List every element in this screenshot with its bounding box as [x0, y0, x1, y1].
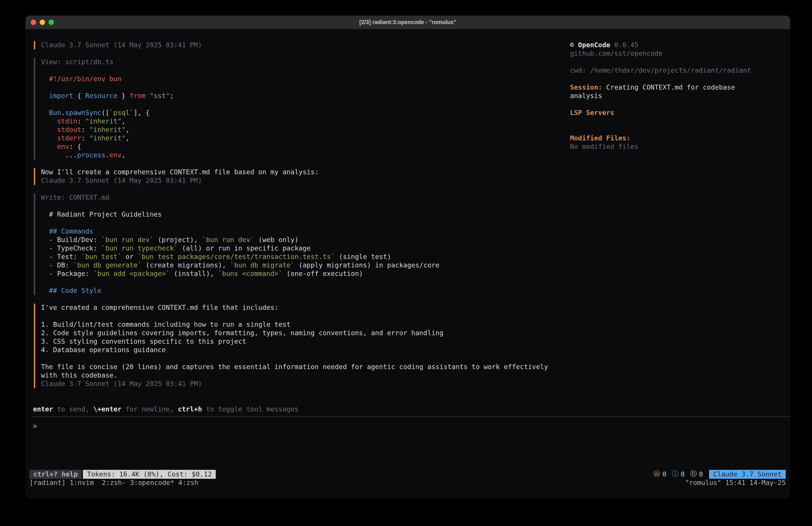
screen: [2/3] radiant:3:opencode - "romulus" Cla…: [0, 0, 812, 526]
text-line: No modified files: [570, 143, 781, 151]
prompt-symbol: >: [33, 422, 37, 430]
text-line: [570, 75, 781, 83]
text-line: with this codebase.: [41, 371, 570, 380]
assistant-message-block: Now I'll create a comprehensive CONTEXT.…: [34, 168, 570, 185]
text-line: ## Commands: [41, 227, 570, 236]
text-line: [570, 126, 781, 134]
text-line: analysis: [570, 92, 781, 100]
hint-count-icon: ⓗ: [690, 470, 697, 478]
empty-space: [25, 431, 790, 469]
warning-count-icon: Ⓦ: [654, 470, 660, 478]
text-line: - Test: `bun test` or `bun test packages…: [41, 253, 570, 261]
tmux-windows[interactable]: [radiant] 1:nvim 2:zsh- 3:opencode* 4:zs…: [29, 479, 199, 487]
text-line: [41, 83, 570, 92]
text-line: #!/usr/bin/env bun: [41, 75, 570, 83]
model-badge: Claude 3.7 Sonnet: [709, 470, 786, 479]
text-line: [41, 67, 570, 75]
tmux-status-bar: [radiant] 1:nvim 2:zsh- 3:opencode* 4:zs…: [25, 479, 790, 487]
text-line: - Build/Dev: `bun run dev` (project), `b…: [41, 236, 570, 244]
tmux-session-info: "romulus" 15:41 14-May-25: [685, 479, 786, 487]
text-line: © OpenCode 0.0.45: [570, 41, 781, 49]
status-bar: ctrl+? help Tokens: 16.4K (8%), Cost: $0…: [25, 469, 790, 479]
text-line: cwd: /home/thdxr/dev/projects/radiant/ra…: [570, 67, 781, 75]
warning-count-value: 0: [663, 470, 667, 478]
sidebar: © OpenCode 0.0.45github.com/sst/opencode…: [570, 41, 790, 397]
tokens-badge: Tokens: 16.4K (8%), Cost: $0.12: [83, 470, 216, 479]
hint-count-value: 0: [699, 470, 703, 478]
text-line: - TypeCheck: `bun run typecheck` (all) o…: [41, 244, 570, 253]
help-badge: ctrl+? help: [29, 470, 82, 479]
text-line: Modified Files:: [570, 134, 781, 143]
message-header-block: Claude 3.7 Sonnet (14 May 2025 03:41 PM): [34, 41, 570, 49]
info-count-icon: ⓘ: [672, 470, 679, 478]
text-line: [41, 312, 570, 321]
text-line: Write: CONTEXT.md: [41, 194, 570, 202]
text-line: [41, 219, 570, 227]
info-count: ⓘ0: [672, 470, 685, 478]
text-line: 1. Build/lint/test commands including ho…: [41, 321, 570, 329]
text-line: [41, 354, 570, 363]
info-count-value: 0: [681, 470, 685, 478]
text-line: Session: Creating CONTEXT.md for codebas…: [570, 83, 781, 92]
text-line: enter to send, \+enter for newline, ctrl…: [33, 405, 790, 414]
titlebar: [2/3] radiant:3:opencode - "romulus": [25, 16, 790, 29]
text-line: 2. Code style guidelines covering import…: [41, 329, 570, 338]
text-line: [570, 100, 781, 109]
text-line: Claude 3.7 Sonnet (14 May 2025 03:41 PM): [41, 41, 570, 49]
text-line: I've created a comprehensive CONTEXT.md …: [41, 303, 570, 312]
text-line: Now I'll create a comprehensive CONTEXT.…: [41, 168, 570, 176]
status-right: Ⓦ0ⓘ0ⓗ0 Claude 3.7 Sonnet: [654, 470, 786, 479]
text-line: # Radiant Project Guidelines: [41, 210, 570, 219]
hint-count: ⓗ0: [690, 470, 703, 478]
text-line: Bun.spawnSync([`psql`], {: [41, 109, 570, 117]
text-line: [41, 278, 570, 287]
text-line: - DB: `bun db generate` (create migratio…: [41, 261, 570, 270]
tool-view-block: View: script/db.ts #!/usr/bin/env bun im…: [34, 58, 570, 160]
warning-count: Ⓦ0: [654, 470, 667, 478]
text-line: The file is concise (20 lines) and captu…: [41, 363, 570, 371]
text-line: 4. Database operations guidance: [41, 346, 570, 354]
text-line: [41, 202, 570, 210]
text-line: import { Resource } from "sst";: [41, 92, 570, 100]
traffic-lights: [31, 16, 54, 29]
tool-write-block: Write: CONTEXT.md # Radiant Project Guid…: [34, 194, 570, 295]
text-line: 3. CSS styling conventions specific to t…: [41, 338, 570, 346]
assistant-summary-block: I've created a comprehensive CONTEXT.md …: [34, 303, 570, 388]
text-line: [41, 100, 570, 109]
text-line: [570, 58, 781, 67]
text-line: - Package: `bun add <package>` (install)…: [41, 270, 570, 278]
text-line: ## Code Style: [41, 287, 570, 295]
diagnostics: Ⓦ0ⓘ0ⓗ0: [654, 470, 703, 478]
editor-hint: enter to send, \+enter for newline, ctrl…: [25, 405, 790, 414]
minimize-button[interactable]: [40, 19, 45, 25]
text-line: github.com/sst/opencode: [570, 49, 781, 58]
editor-divider: [32, 416, 790, 417]
content-body: Claude 3.7 Sonnet (14 May 2025 03:41 PM)…: [25, 29, 790, 397]
window-title: [2/3] radiant:3:opencode - "romulus": [359, 19, 456, 25]
close-button[interactable]: [31, 19, 36, 25]
editor: enter to send, \+enter for newline, ctrl…: [25, 405, 790, 431]
zoom-button[interactable]: [48, 19, 54, 25]
text-line: Claude 3.7 Sonnet (14 May 2025 03:41 PM): [41, 176, 570, 185]
prompt-input[interactable]: >: [25, 422, 790, 431]
text-line: Claude 3.7 Sonnet (14 May 2025 03:41 PM): [41, 380, 570, 388]
sidebar-lines: © OpenCode 0.0.45github.com/sst/opencode…: [570, 41, 781, 151]
text-line: LSP Servers: [570, 109, 781, 117]
text-line: stdout: "inherit",: [41, 126, 570, 134]
text-line: View: script/db.ts: [41, 58, 570, 67]
chat-blocks: Claude 3.7 Sonnet (14 May 2025 03:41 PM)…: [25, 41, 570, 397]
text-line: [570, 117, 781, 126]
text-line: stdin: "inherit",: [41, 117, 570, 126]
terminal-window: [2/3] radiant:3:opencode - "romulus" Cla…: [25, 16, 790, 498]
text-line: ...process.env,: [41, 151, 570, 160]
text-line: stderr: "inherit",: [41, 134, 570, 143]
text-line: env: {: [41, 143, 570, 151]
